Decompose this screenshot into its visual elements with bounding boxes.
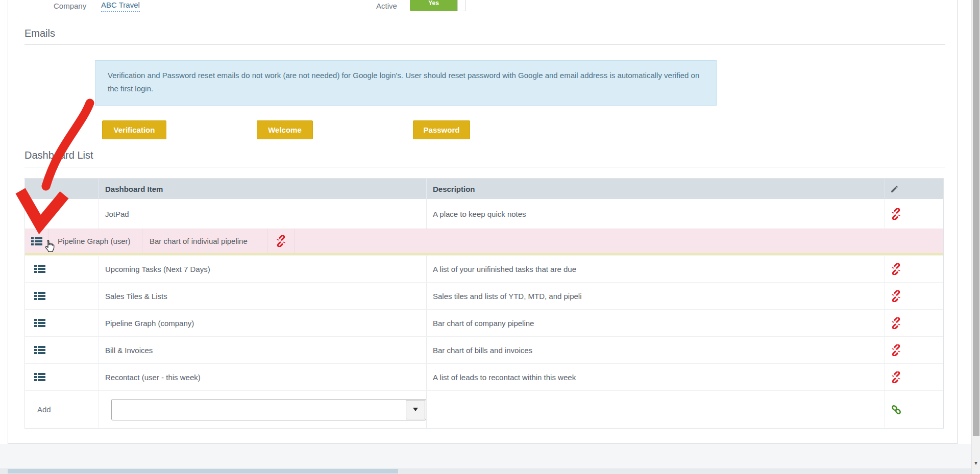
password-button[interactable]: Password	[413, 120, 470, 139]
table-row: Sales Tiles & Lists Sales tiles and list…	[25, 282, 943, 309]
dashboard-item-cell: Pipeline Graph (user)	[48, 229, 142, 253]
unlink-icon[interactable]	[890, 371, 902, 383]
dashboard-item-cell: JotPad	[99, 199, 427, 229]
description-cell: Sales tiles and lists of YTD, MTD, and p…	[427, 283, 885, 309]
unlink-icon[interactable]	[890, 317, 902, 329]
add-actions-cell	[885, 391, 943, 428]
active-toggle-knob[interactable]	[457, 0, 466, 11]
company-label: Company	[54, 2, 86, 10]
add-description-cell	[427, 391, 885, 428]
dashboard-section-title: Dashboard List	[24, 149, 93, 161]
unlink-icon[interactable]	[890, 208, 902, 220]
emails-section-title: Emails	[24, 28, 55, 39]
horizontal-scrollbar-thumb[interactable]	[8, 469, 398, 473]
dashboard-item-cell: Sales Tiles & Lists	[99, 283, 427, 309]
description-cell: Bar chart of company pipeline	[427, 310, 885, 336]
header-actions	[885, 179, 943, 199]
add-label-cell: Add	[25, 391, 99, 428]
horizontal-scrollbar[interactable]	[0, 468, 971, 474]
drag-row-filler	[295, 229, 943, 253]
actions-cell	[885, 364, 943, 390]
dashboard-item-cell: Recontact (user - this week)	[99, 364, 427, 390]
drag-cell	[25, 283, 99, 309]
drag-handle-icon[interactable]	[34, 345, 45, 355]
table-row: JotPad A place to keep quick notes	[25, 199, 943, 229]
page: Company ABC Travel Active Yes Emails Ver…	[0, 0, 980, 474]
description-cell: A list of leads to recontact within this…	[427, 364, 885, 390]
vertical-scrollbar-thumb[interactable]	[973, 0, 979, 436]
description-cell: Bar chart of bills and invoices	[427, 337, 885, 363]
drag-cell	[25, 229, 48, 253]
dragging-row[interactable]: Pipeline Graph (user) Bar chart of indiv…	[25, 229, 943, 253]
welcome-button[interactable]: Welcome	[257, 120, 313, 139]
scroll-down-arrow-icon[interactable]: ▼	[972, 458, 980, 468]
add-select-cell	[99, 391, 427, 428]
drag-cell	[25, 310, 99, 336]
chevron-down-icon	[413, 408, 418, 411]
actions-cell	[885, 283, 943, 309]
active-label: Active	[376, 2, 397, 10]
table-header-row: Dashboard Item Description	[25, 179, 943, 199]
drag-handle-icon[interactable]	[34, 291, 45, 301]
unlink-icon[interactable]	[890, 344, 902, 356]
table-row: Upcoming Tasks (Next 7 Days) A list of y…	[25, 255, 943, 282]
dashboard-item-cell: Upcoming Tasks (Next 7 Days)	[99, 256, 427, 282]
actions-cell	[885, 256, 943, 282]
vertical-scrollbar[interactable]: ▼	[971, 0, 980, 474]
header-dashboard-item: Dashboard Item	[99, 179, 427, 199]
company-link[interactable]: ABC Travel	[101, 1, 140, 12]
actions-cell	[885, 337, 943, 363]
header-drag-column	[25, 179, 99, 199]
drag-cell	[25, 256, 99, 282]
description-cell: A list of your unifinished tasks that ar…	[427, 256, 885, 282]
drag-handle-icon[interactable]	[34, 318, 45, 328]
link-icon[interactable]	[890, 404, 902, 416]
active-toggle[interactable]: Yes	[410, 0, 466, 11]
dashboard-item-cell: Pipeline Graph (company)	[99, 310, 427, 336]
drag-cell	[25, 364, 99, 390]
email-notice-box: Verification and Password reset emails d…	[95, 60, 717, 106]
description-cell: Bar chart of indiviual pipeline	[142, 229, 267, 253]
description-cell: A place to keep quick notes	[427, 199, 885, 229]
page-background-strip	[0, 444, 971, 468]
actions-cell	[885, 310, 943, 336]
drag-cell	[25, 199, 99, 229]
header-description: Description	[427, 179, 885, 199]
divider	[24, 44, 945, 45]
table-row: Bill & Invoices Bar chart of bills and i…	[25, 336, 943, 363]
drag-cell	[25, 337, 99, 363]
table-row: Recontact (user - this week) A list of l…	[25, 363, 943, 390]
unlink-icon[interactable]	[890, 290, 902, 302]
drag-handle-icon[interactable]	[34, 264, 45, 273]
rows-top: JotPad A place to keep quick notes	[25, 199, 943, 229]
pencil-icon	[890, 185, 899, 193]
drag-handle-icon[interactable]	[34, 372, 45, 382]
table-row: Pipeline Graph (company) Bar chart of co…	[25, 309, 943, 336]
dashboard-item-cell: Bill & Invoices	[99, 337, 427, 363]
add-row: Add	[25, 390, 943, 428]
rows-bottom: Upcoming Tasks (Next 7 Days) A list of y…	[25, 255, 943, 390]
actions-cell	[885, 199, 943, 229]
verification-button[interactable]: Verification	[102, 120, 166, 139]
select-open-button[interactable]	[406, 400, 425, 419]
divider	[24, 167, 945, 167]
dashboard-table: Dashboard Item Description JotPad A plac…	[24, 178, 944, 429]
active-toggle-on[interactable]: Yes	[410, 0, 457, 11]
dashboard-item-select[interactable]	[111, 399, 426, 420]
unlink-icon[interactable]	[890, 263, 902, 275]
unlink-icon[interactable]	[275, 235, 287, 247]
actions-cell	[267, 229, 295, 253]
drag-handle-icon[interactable]	[31, 237, 42, 246]
